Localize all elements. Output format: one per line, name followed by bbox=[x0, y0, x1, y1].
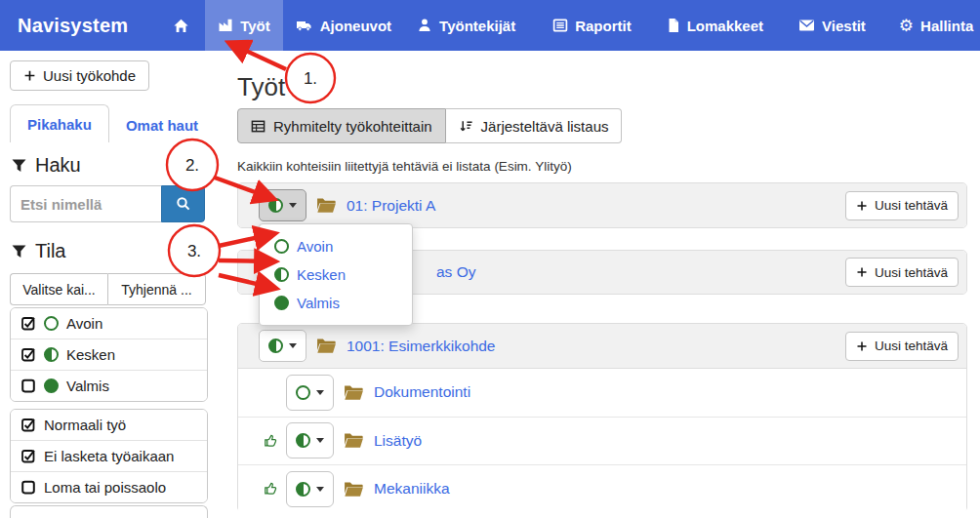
plus-icon bbox=[856, 266, 868, 278]
status-dropdown-button[interactable] bbox=[286, 422, 334, 458]
filter-option-normaali-tyo[interactable]: Normaali työ bbox=[11, 410, 207, 441]
plus-icon bbox=[856, 340, 868, 352]
status-dropdown-button[interactable] bbox=[259, 330, 306, 362]
new-worksite-button[interactable]: Uusi työkohde bbox=[10, 60, 149, 91]
folder-open-icon bbox=[344, 432, 364, 449]
filter-option-label: Avoin bbox=[66, 315, 102, 332]
worksite-link[interactable]: 01: Projekti A bbox=[347, 197, 435, 215]
gear-icon: ⚙ bbox=[899, 18, 914, 34]
view-grouped-button[interactable]: Ryhmitelty työkohteittain bbox=[237, 108, 446, 143]
sidebar-tabs: Pikahaku Omat haut bbox=[10, 104, 215, 142]
search-button[interactable] bbox=[161, 185, 205, 222]
view-toggle: Ryhmitelty työkohteittain Järjesteltävä … bbox=[237, 108, 622, 143]
filter-option-label: Loma tai poissaolo bbox=[44, 479, 166, 496]
task-row-dokumentointi: Dokumentointi bbox=[238, 369, 966, 418]
filter-option-label: Normaali työ bbox=[44, 417, 126, 433]
new-task-button[interactable]: Uusi tehtävä bbox=[845, 258, 959, 287]
status-open-icon bbox=[296, 385, 310, 400]
task-link[interactable]: Mekaniikka bbox=[374, 480, 450, 498]
dropdown-option-avoin[interactable]: Avoin bbox=[260, 232, 412, 260]
status-open-icon bbox=[44, 316, 59, 331]
tab-pikahaku-label: Pikahaku bbox=[27, 116, 92, 133]
top-navbar: Navisystem Työt Ajoneuvot Työntekijät Ra… bbox=[0, 0, 980, 51]
worksite-link[interactable]: as Oy bbox=[436, 263, 475, 281]
dropdown-option-label: Valmis bbox=[297, 295, 340, 311]
folder-open-icon bbox=[344, 384, 364, 401]
chevron-down-icon bbox=[289, 343, 297, 348]
checkbox-checked-icon bbox=[21, 418, 36, 432]
nav-tyontekijat-label: Työntekijät bbox=[439, 18, 515, 34]
folder-open-icon bbox=[316, 197, 337, 214]
status-dropdown-button[interactable] bbox=[286, 471, 334, 507]
task-link[interactable]: Dokumentointi bbox=[374, 383, 470, 401]
status-half-icon bbox=[268, 339, 283, 353]
select-all-label: Valitse kai... bbox=[22, 282, 95, 298]
nav-viestit[interactable]: Viestit bbox=[786, 0, 878, 51]
checkbox-checked-icon bbox=[21, 347, 36, 362]
status-half-icon bbox=[296, 482, 310, 497]
annotation-step-1: 1. bbox=[304, 69, 317, 88]
industry-icon bbox=[218, 18, 233, 33]
filter-option-loma[interactable]: Loma tai poissaolo bbox=[11, 472, 207, 502]
annotation-circle-2 bbox=[167, 139, 218, 190]
dropdown-option-valmis[interactable]: Valmis bbox=[260, 289, 412, 317]
view-sortable-button[interactable]: Järjesteltävä listaus bbox=[446, 108, 623, 143]
truck-icon bbox=[296, 18, 313, 33]
nav-viestit-label: Viestit bbox=[822, 18, 866, 34]
filter-option-ei-lasketa[interactable]: Ei lasketa työaikaan bbox=[11, 441, 207, 472]
nav-home[interactable] bbox=[157, 0, 205, 51]
folder-open-icon bbox=[344, 481, 364, 498]
status-heading-label: Tila bbox=[35, 240, 65, 262]
next-filter-card-partial bbox=[10, 505, 208, 518]
select-all-button[interactable]: Valitse kai... bbox=[10, 273, 107, 305]
search-group bbox=[10, 185, 205, 222]
tab-pikahaku[interactable]: Pikahaku bbox=[10, 104, 109, 142]
status-half-icon bbox=[44, 347, 59, 362]
status-dropdown-button[interactable] bbox=[259, 189, 306, 221]
new-task-button[interactable]: Uusi tehtävä bbox=[845, 191, 959, 220]
thumbs-up-icon bbox=[264, 433, 279, 449]
search-section-heading: Haku bbox=[12, 154, 81, 177]
nav-hallinta[interactable]: ⚙ Hallinta bbox=[886, 0, 980, 51]
nav-tyontekijat[interactable]: Työntekijät bbox=[404, 0, 528, 51]
status-dropdown-button[interactable] bbox=[286, 375, 334, 411]
thumbs-up-icon bbox=[264, 481, 279, 497]
chevron-down-icon bbox=[316, 487, 324, 492]
search-heading-label: Haku bbox=[35, 154, 81, 177]
view-grouped-label: Ryhmitelty työkohteittain bbox=[273, 118, 432, 135]
clear-selection-button[interactable]: Tyhjennä ... bbox=[107, 273, 206, 305]
dropdown-option-kesken[interactable]: Kesken bbox=[260, 260, 412, 289]
checkbox-unchecked-icon bbox=[21, 379, 36, 393]
task-row-mekaniikka: Mekaniikka bbox=[238, 465, 966, 513]
nav-raportit-label: Raportit bbox=[575, 18, 632, 34]
filter-option-avoin[interactable]: Avoin bbox=[11, 308, 207, 339]
dropdown-option-label: Kesken bbox=[297, 266, 346, 283]
worksite-link[interactable]: 1001: Esimerkkikohde bbox=[347, 338, 496, 355]
dropdown-option-label: Avoin bbox=[297, 238, 333, 255]
filter-option-kesken[interactable]: Kesken bbox=[11, 339, 207, 371]
task-link[interactable]: Lisätyö bbox=[374, 432, 422, 450]
work-group-esimerkkikohde: 1001: Esimerkkikohde Uusi tehtävä Dokume… bbox=[237, 323, 967, 512]
annotation-step-3: 3. bbox=[187, 242, 201, 260]
chevron-down-icon bbox=[316, 390, 324, 395]
filter-option-valmis[interactable]: Valmis bbox=[11, 371, 207, 401]
tab-omat-haut[interactable]: Omat haut bbox=[109, 117, 215, 142]
chevron-down-icon bbox=[289, 203, 297, 208]
search-input[interactable] bbox=[10, 185, 161, 222]
status-filter-list: Avoin Kesken Valmis bbox=[10, 307, 208, 402]
annotation-circle-1 bbox=[286, 54, 335, 102]
status-half-icon bbox=[296, 433, 310, 448]
type-filter-list: Normaali työ Ei lasketa työaikaan Loma t… bbox=[10, 409, 208, 503]
home-icon bbox=[173, 18, 189, 34]
page-title: Työt bbox=[237, 72, 285, 102]
nav-lomakkeet[interactable]: Lomakkeet bbox=[654, 0, 776, 51]
nav-tyot[interactable]: Työt bbox=[205, 0, 283, 51]
task-row-lisatyo: Lisätyö bbox=[238, 418, 966, 466]
new-task-label: Uusi tehtävä bbox=[875, 198, 948, 213]
annotation-circle-3 bbox=[169, 225, 220, 276]
new-task-button[interactable]: Uusi tehtävä bbox=[845, 332, 959, 361]
status-section-heading: Tila bbox=[12, 240, 65, 262]
work-group-projekti-a: 01: Projekti A Uusi tehtävä bbox=[237, 182, 967, 228]
nav-raportit[interactable]: Raportit bbox=[540, 0, 644, 51]
nav-ajoneuvot[interactable]: Ajoneuvot bbox=[283, 0, 404, 51]
